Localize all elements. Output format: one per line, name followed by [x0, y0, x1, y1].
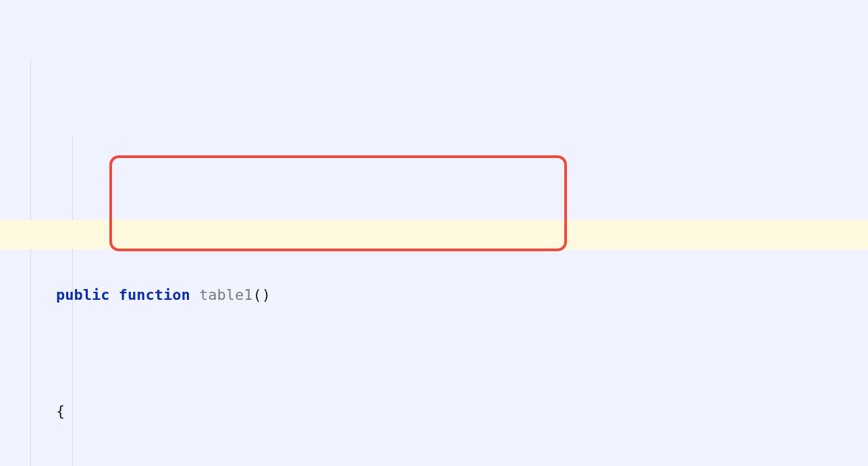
keyword-public: public [56, 286, 109, 303]
code-line[interactable]: public function table1() [20, 281, 868, 310]
current-line-highlight [0, 219, 868, 249]
keyword-function: function [119, 286, 190, 303]
code-line[interactable]: { [20, 397, 868, 426]
function-name: table1 [199, 286, 252, 303]
code-editor[interactable]: public function table1() { //设置过滤方法 $thi… [0, 0, 868, 466]
brace-open: { [56, 403, 65, 419]
paren: () [252, 286, 271, 303]
